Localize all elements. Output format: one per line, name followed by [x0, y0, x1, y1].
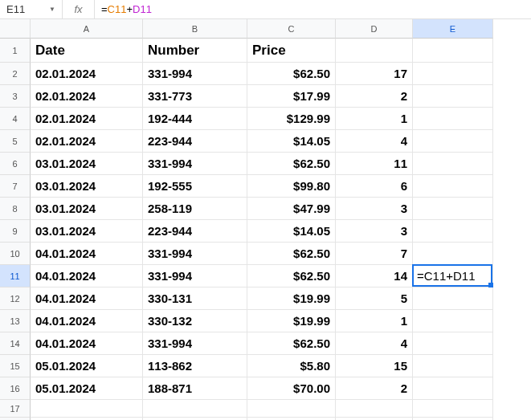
cell[interactable]: 113-862	[143, 355, 247, 377]
cell[interactable]: 04.01.2024	[31, 243, 143, 265]
cell[interactable]: 330-132	[143, 310, 247, 332]
cell[interactable]: 03.01.2024	[31, 175, 143, 198]
row-header-3[interactable]: 3	[0, 85, 31, 108]
row-header-5[interactable]: 5	[0, 130, 31, 153]
cell[interactable]: 331-773	[143, 85, 247, 108]
cell[interactable]: 3	[336, 220, 413, 243]
cell[interactable]: 188-871	[143, 377, 247, 400]
cell[interactable]	[247, 400, 336, 418]
col-header-B[interactable]: B	[143, 19, 247, 39]
cell[interactable]	[413, 130, 493, 153]
cell[interactable]: 03.01.2024	[31, 220, 143, 243]
cell[interactable]: 02.01.2024	[31, 63, 143, 85]
row-header-7[interactable]: 7	[0, 175, 31, 198]
row-header-14[interactable]: 14	[0, 332, 31, 355]
cell[interactable]: 2	[336, 377, 413, 400]
cell[interactable]: 192-555	[143, 175, 247, 198]
fx-label[interactable]: fx	[63, 0, 95, 18]
cell[interactable]: $62.50	[247, 153, 336, 175]
cell[interactable]	[413, 310, 493, 332]
cell[interactable]: 02.01.2024	[31, 85, 143, 108]
cell[interactable]	[336, 39, 413, 63]
cell[interactable]: 04.01.2024	[31, 287, 143, 310]
cell[interactable]	[413, 198, 493, 220]
cell[interactable]: $17.99	[247, 85, 336, 108]
cell[interactable]: 2	[336, 85, 413, 108]
cell[interactable]: 1	[336, 310, 413, 332]
row-header-1[interactable]: 1	[0, 39, 31, 63]
cell[interactable]	[413, 175, 493, 198]
cell[interactable]: 331-994	[143, 153, 247, 175]
name-box[interactable]: E11 ▼	[0, 0, 63, 18]
row-header-13[interactable]: 13	[0, 310, 31, 332]
name-box-dropdown-icon[interactable]: ▼	[49, 6, 55, 13]
cell[interactable]: 223-944	[143, 220, 247, 243]
cell[interactable]: $14.05	[247, 130, 336, 153]
cell[interactable]	[413, 377, 493, 400]
cell[interactable]: 1	[336, 108, 413, 130]
cell[interactable]: 331-994	[143, 265, 247, 287]
row-header-15[interactable]: 15	[0, 355, 31, 377]
row-header-4[interactable]: 4	[0, 108, 31, 130]
cell[interactable]: $14.05	[247, 220, 336, 243]
cell[interactable]: 05.01.2024	[31, 355, 143, 377]
select-all-corner[interactable]	[0, 19, 31, 39]
row-header-12[interactable]: 12	[0, 287, 31, 310]
cell[interactable]: 03.01.2024	[31, 153, 143, 175]
row-header-2[interactable]: 2	[0, 63, 31, 85]
cell[interactable]: 5	[336, 287, 413, 310]
cell[interactable]: 330-131	[143, 287, 247, 310]
cell[interactable]: $62.50	[247, 63, 336, 85]
cell[interactable]: Date	[31, 39, 143, 63]
cell[interactable]: 6	[336, 175, 413, 198]
cell[interactable]	[413, 287, 493, 310]
cell[interactable]	[413, 39, 493, 63]
cell[interactable]: $70.00	[247, 377, 336, 400]
cell[interactable]: 05.01.2024	[31, 377, 143, 400]
row-header-11[interactable]: 11	[0, 265, 31, 287]
row-header-10[interactable]: 10	[0, 243, 31, 265]
cell[interactable]	[143, 400, 247, 418]
cell[interactable]: 11	[336, 153, 413, 175]
cell[interactable]: 331-994	[143, 332, 247, 355]
cell[interactable]: Number	[143, 39, 247, 63]
row-header-16[interactable]: 16	[0, 377, 31, 400]
cell[interactable]: $19.99	[247, 310, 336, 332]
cell[interactable]: 192-444	[143, 108, 247, 130]
cell[interactable]	[413, 108, 493, 130]
cell[interactable]: $99.80	[247, 175, 336, 198]
col-header-E[interactable]: E	[413, 19, 493, 39]
cell[interactable]: 258-119	[143, 198, 247, 220]
col-header-C[interactable]: C	[247, 19, 336, 39]
cell[interactable]: $47.99	[247, 198, 336, 220]
cell[interactable]	[413, 400, 493, 418]
cell[interactable]: $19.99	[247, 287, 336, 310]
cell[interactable]	[413, 153, 493, 175]
cell[interactable]	[413, 243, 493, 265]
row-header-6[interactable]: 6	[0, 153, 31, 175]
row-header-9[interactable]: 9	[0, 220, 31, 243]
row-header-17[interactable]: 17	[0, 400, 31, 418]
cell[interactable]: $62.50	[247, 243, 336, 265]
cell[interactable]	[413, 85, 493, 108]
cell[interactable]: 14	[336, 265, 413, 287]
cell[interactable]: 15	[336, 355, 413, 377]
cell[interactable]: Price	[247, 39, 336, 63]
cell[interactable]: 7	[336, 243, 413, 265]
cell[interactable]: $62.50	[247, 332, 336, 355]
cell[interactable]	[413, 355, 493, 377]
cell[interactable]	[413, 332, 493, 355]
formula-input[interactable]: =C11+D11	[95, 0, 531, 18]
cell[interactable]	[413, 220, 493, 243]
cell[interactable]: 02.01.2024	[31, 130, 143, 153]
cell[interactable]: 04.01.2024	[31, 332, 143, 355]
cell[interactable]	[31, 400, 143, 418]
col-header-A[interactable]: A	[31, 19, 143, 39]
cell[interactable]: 02.01.2024	[31, 108, 143, 130]
cell[interactable]: $62.50	[247, 265, 336, 287]
cell[interactable]: 03.01.2024	[31, 198, 143, 220]
cell[interactable]: 4	[336, 130, 413, 153]
col-header-D[interactable]: D	[336, 19, 413, 39]
cell[interactable]: 223-944	[143, 130, 247, 153]
cell[interactable]: 04.01.2024	[31, 310, 143, 332]
